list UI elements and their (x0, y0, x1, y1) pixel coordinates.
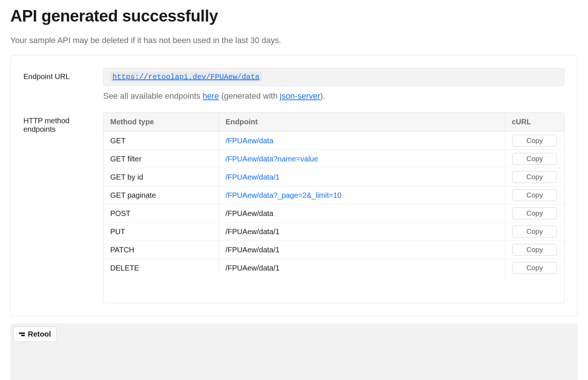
table-row: GET filter/FPUAew/data?name=valueCopy (104, 150, 564, 168)
methods-row: HTTP method endpoints Method type Endpoi… (23, 112, 565, 303)
json-server-link[interactable]: json-server (280, 91, 320, 101)
endpoint-text: /FPUAew/data/1 (226, 264, 280, 272)
copy-button[interactable]: Copy (512, 189, 557, 201)
footer-bar: Retool (10, 324, 578, 380)
copy-button[interactable]: Copy (512, 207, 557, 219)
table-row: GET paginate/FPUAew/data?_page=2&_limit=… (104, 186, 564, 204)
endpoint-link[interactable]: /FPUAew/data (226, 137, 274, 145)
curl-cell: Copy (505, 241, 564, 259)
copy-button[interactable]: Copy (512, 226, 557, 238)
table-row: POST/FPUAew/dataCopy (104, 204, 564, 223)
curl-cell: Copy (505, 204, 564, 223)
method-cell: GET by id (104, 168, 219, 186)
hint-text-middle: (generated with (219, 91, 280, 101)
endpoint-link[interactable]: /FPUAew/data?_page=2&_limit=10 (226, 191, 342, 199)
method-cell: PUT (104, 223, 219, 241)
table-row: PATCH/FPUAew/data/1Copy (104, 241, 564, 259)
endpoint-text: /FPUAew/data (226, 209, 274, 217)
endpoint-cell: /FPUAew/data?_page=2&_limit=10 (219, 186, 505, 204)
curl-cell: Copy (505, 150, 564, 168)
endpoint-link[interactable]: /FPUAew/data/1 (226, 173, 280, 181)
retool-label: Retool (28, 330, 51, 338)
retool-button[interactable]: Retool (13, 327, 56, 342)
table-row: DELETE/FPUAew/data/1Copy (104, 259, 564, 277)
curl-cell: Copy (505, 132, 564, 150)
methods-table: Method type Endpoint cURL GET/FPUAew/dat… (103, 112, 565, 303)
endpoint-link[interactable]: /FPUAew/data?name=value (226, 155, 318, 163)
endpoint-cell: /FPUAew/data/1 (219, 259, 505, 277)
endpoint-cell: /FPUAew/data/1 (219, 241, 505, 259)
copy-button[interactable]: Copy (512, 244, 557, 256)
method-cell: POST (104, 204, 219, 223)
copy-button[interactable]: Copy (512, 153, 557, 165)
endpoint-text: /FPUAew/data/1 (226, 227, 280, 236)
curl-cell: Copy (505, 186, 564, 204)
table-padding (104, 277, 564, 303)
endpoint-url-box: https://retoolapi.dev/FPUAew/data (103, 68, 565, 86)
col-header-curl: cURL (505, 112, 564, 132)
curl-cell: Copy (505, 168, 564, 186)
endpoint-url-row: Endpoint URL https://retoolapi.dev/FPUAe… (23, 68, 565, 101)
endpoint-text: /FPUAew/data/1 (226, 246, 280, 254)
page-title: API generated successfully (10, 7, 578, 25)
curl-cell: Copy (505, 259, 564, 277)
hint-text-prefix: See all available endpoints (103, 91, 203, 101)
hint-text-suffix: ). (320, 91, 325, 101)
table-row: GET by id/FPUAew/data/1Copy (104, 168, 564, 186)
copy-button[interactable]: Copy (512, 171, 557, 183)
endpoint-url-link[interactable]: https://retoolapi.dev/FPUAew/data (112, 73, 259, 81)
endpoint-cell: /FPUAew/data/1 (219, 223, 505, 241)
method-cell: DELETE (104, 259, 219, 277)
api-card: Endpoint URL https://retoolapi.dev/FPUAe… (10, 55, 578, 316)
col-header-endpoint: Endpoint (219, 112, 505, 132)
endpoint-cell: /FPUAew/data/1 (219, 168, 505, 186)
table-row: PUT/FPUAew/data/1Copy (104, 223, 564, 241)
table-row: GET/FPUAew/dataCopy (104, 132, 564, 150)
endpoint-cell: /FPUAew/data (219, 132, 505, 150)
endpoint-url-label: Endpoint URL (23, 68, 103, 81)
page-subtitle: Your sample API may be deleted if it has… (10, 36, 578, 45)
methods-label: HTTP method endpoints (23, 112, 103, 134)
method-cell: GET (104, 132, 219, 150)
copy-button[interactable]: Copy (512, 262, 557, 274)
copy-button[interactable]: Copy (512, 135, 557, 147)
endpoint-cell: /FPUAew/data?name=value (219, 150, 505, 168)
endpoint-cell: /FPUAew/data (219, 204, 505, 223)
here-link[interactable]: here (203, 91, 219, 101)
col-header-method: Method type (104, 112, 219, 132)
method-cell: PATCH (104, 241, 219, 259)
method-cell: GET paginate (104, 186, 219, 204)
method-cell: GET filter (104, 150, 219, 168)
endpoints-hint: See all available endpoints here (genera… (103, 91, 565, 101)
retool-icon (19, 332, 25, 336)
curl-cell: Copy (505, 223, 564, 241)
